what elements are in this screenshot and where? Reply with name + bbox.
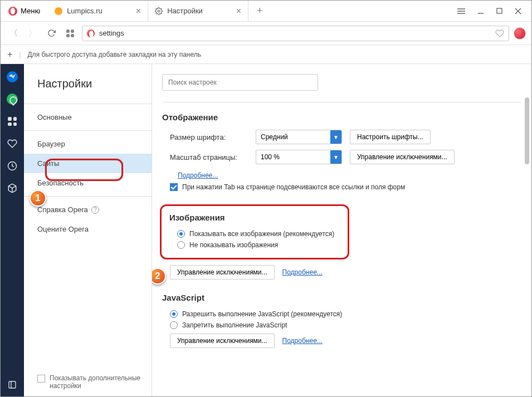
tab-close-icon[interactable]: ×: [236, 6, 241, 16]
address-input[interactable]: [99, 29, 491, 37]
reload-button[interactable]: [44, 26, 58, 41]
section-javascript: JavaScript Разрешить выполнение JavaScri…: [162, 293, 521, 348]
tab-settings[interactable]: Настройки ×: [148, 1, 248, 21]
bookmark-heart-icon[interactable]: [495, 29, 504, 38]
svg-rect-10: [9, 381, 16, 388]
section-title-images: Изображения: [169, 213, 340, 222]
sidebar-item-browser[interactable]: Браузер: [24, 134, 152, 154]
section-title-javascript: JavaScript: [162, 293, 521, 302]
font-size-label: Размер шрифта:: [170, 133, 248, 141]
tab-strip: Lumpics.ru × Настройки × +: [48, 1, 447, 21]
forward-button[interactable]: 〉: [25, 26, 40, 41]
js-exceptions-button[interactable]: Управление исключениями...: [170, 334, 275, 348]
checkbox-icon: [37, 375, 45, 383]
radio-checked-icon: [170, 310, 178, 318]
images-show-all-radio[interactable]: Показывать все изображения (рекомендуетс…: [169, 230, 340, 238]
tab-highlight-label: При нажатии Tab на странице подсвечивают…: [182, 183, 405, 191]
sidebar-toggle-icon[interactable]: [6, 379, 18, 391]
gear-favicon-icon: [155, 7, 163, 15]
show-advanced-checkbox[interactable]: Показывать дополнительные настройки: [37, 374, 145, 390]
minimize-icon[interactable]: [477, 8, 484, 14]
back-button[interactable]: 〈: [6, 26, 21, 41]
window-controls: [447, 1, 531, 21]
new-tab-button[interactable]: +: [248, 1, 271, 21]
opera-logo-icon: [8, 7, 17, 16]
lumpics-favicon-icon: [55, 7, 62, 15]
js-deny-radio[interactable]: Запретить выполнение JavaScript: [162, 321, 521, 329]
scrollbar-thumb[interactable]: [525, 97, 529, 164]
checkbox-checked-icon: [170, 183, 178, 191]
images-exceptions-button[interactable]: Управление исключениями...: [170, 265, 275, 280]
tab-highlight-checkbox[interactable]: При нажатии Tab на странице подсвечивают…: [162, 183, 521, 191]
help-icon: ?: [91, 206, 99, 214]
bookmark-bar: + | Для быстрого доступа добавьте заклад…: [1, 45, 531, 64]
extensions-cube-icon[interactable]: [6, 182, 18, 194]
address-row: 〈 〉: [1, 22, 531, 45]
js-allow-radio[interactable]: Разрешить выполнение JavaScript (рекомен…: [162, 310, 521, 318]
menu-label: Меню: [21, 7, 40, 15]
chevron-down-icon: ▼: [330, 150, 341, 164]
bookmarks-heart-icon[interactable]: [6, 138, 18, 150]
opera-o-icon: [87, 30, 95, 37]
radio-icon: [177, 241, 185, 249]
images-hide-radio[interactable]: Не показывать изображения: [169, 241, 340, 249]
configure-fonts-button[interactable]: Настроить шрифты...: [350, 130, 431, 144]
messenger-icon[interactable]: [6, 71, 18, 83]
window-menu-icon[interactable]: [457, 8, 465, 14]
maximize-icon[interactable]: [496, 8, 502, 14]
address-bar[interactable]: [82, 26, 509, 41]
tab-label: Настройки: [167, 7, 203, 15]
sidebar-item-basic[interactable]: Основные: [24, 107, 152, 127]
sidebar-item-rate[interactable]: Оцените Opera: [24, 219, 152, 239]
font-size-select[interactable]: Средний ▼: [256, 130, 342, 144]
main-area: Настройки Основные Браузер Сайты Безопас…: [1, 64, 531, 397]
profile-button[interactable]: [514, 27, 526, 40]
svg-point-0: [158, 10, 160, 12]
annotation-badge-2: 2: [152, 268, 166, 285]
sidebar-title: Настройки: [24, 77, 152, 100]
radio-icon: [170, 321, 178, 329]
section-title-display: Отображение: [162, 112, 521, 122]
zoom-label: Масштаб страницы:: [170, 153, 248, 161]
speed-dial-button[interactable]: [63, 26, 77, 41]
annotation-badge-1: 1: [30, 190, 46, 207]
add-bookmark-button[interactable]: +: [7, 50, 12, 60]
show-advanced-label: Показывать дополнительные настройки: [50, 374, 145, 390]
highlight-images-section: Изображения Показывать все изображения (…: [160, 204, 349, 259]
section-display: Отображение Размер шрифта: Средний ▼ Нас…: [162, 112, 521, 191]
history-clock-icon[interactable]: [6, 160, 18, 172]
settings-sidebar: Настройки Основные Браузер Сайты Безопас…: [24, 64, 152, 397]
chevron-down-icon: ▼: [330, 130, 341, 144]
tab-lumpics[interactable]: Lumpics.ru ×: [48, 1, 148, 21]
scrollbar[interactable]: [524, 72, 529, 390]
js-more-link[interactable]: Подробнее...: [282, 337, 323, 345]
tab-close-icon[interactable]: ×: [136, 6, 141, 16]
sidebar-item-sites[interactable]: Сайты: [24, 154, 152, 173]
radio-checked-icon: [177, 230, 185, 238]
close-window-icon[interactable]: [515, 8, 521, 14]
left-rail: [1, 64, 24, 397]
sidebar-item-security[interactable]: Безопасность: [24, 173, 152, 193]
menu-button[interactable]: Меню: [1, 1, 48, 21]
whatsapp-icon[interactable]: [6, 93, 18, 105]
search-settings-input[interactable]: [162, 74, 318, 91]
settings-content: Отображение Размер шрифта: Средний ▼ Нас…: [152, 64, 531, 397]
images-more-link[interactable]: Подробнее...: [282, 268, 323, 276]
svg-rect-5: [497, 8, 502, 13]
bookmark-hint-text: Для быстрого доступа добавьте закладки н…: [27, 51, 201, 58]
zoom-select[interactable]: 100 % ▼: [256, 150, 342, 164]
zoom-exceptions-button[interactable]: Управление исключениями...: [350, 150, 455, 164]
speed-dial-grid-icon[interactable]: [6, 115, 18, 128]
titlebar: Меню Lumpics.ru × Настройки × +: [1, 1, 531, 22]
display-more-link[interactable]: Подробнее...: [178, 171, 218, 179]
tab-label: Lumpics.ru: [67, 7, 103, 15]
